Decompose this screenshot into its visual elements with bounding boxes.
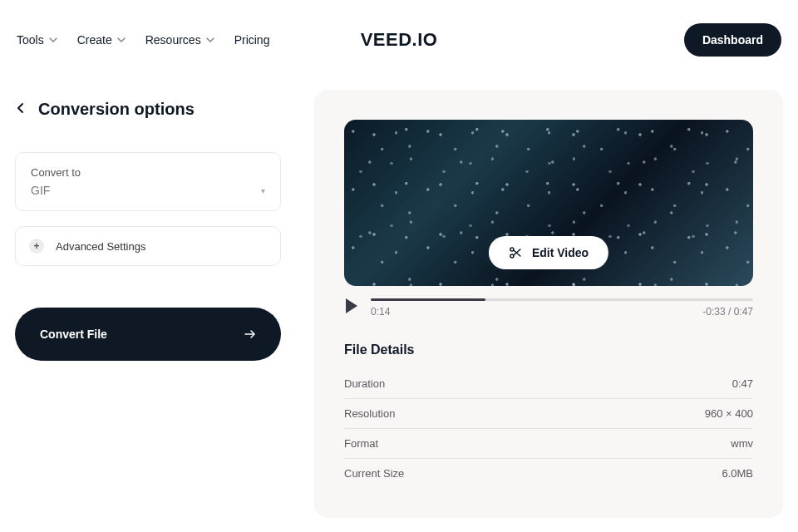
scissors-icon (509, 246, 522, 259)
detail-label: Resolution (344, 407, 395, 420)
progress-fill (371, 298, 485, 301)
edit-video-label: Edit Video (532, 246, 589, 259)
nav-create[interactable]: Create (77, 33, 126, 47)
convert-to-value: GIF (31, 184, 50, 197)
detail-value: 6.0MB (722, 467, 753, 480)
advanced-settings-label: Advanced Settings (56, 240, 145, 253)
nav-label: Create (77, 33, 112, 47)
detail-label: Current Size (344, 467, 404, 480)
chevron-down-icon: ▾ (261, 186, 265, 195)
detail-value: 0:47 (732, 377, 753, 390)
detail-value: wmv (731, 437, 753, 450)
play-button[interactable] (344, 298, 359, 318)
convert-to-label: Convert to (31, 166, 265, 179)
left-panel: Conversion options Convert to GIF ▾ + Ad… (15, 90, 281, 518)
detail-label: Duration (344, 377, 385, 390)
chevron-down-icon (117, 37, 126, 42)
page-title: Conversion options (38, 100, 195, 119)
top-nav: Tools Create Resources Pricing (17, 33, 269, 47)
back-arrow-icon[interactable] (15, 102, 27, 117)
logo: VEED.IO (361, 29, 438, 51)
right-panel: Edit Video 0:14 -0:33 / 0:47 File Detail… (314, 90, 783, 518)
edit-video-button[interactable]: Edit Video (489, 236, 608, 269)
chevron-down-icon (206, 37, 214, 42)
nav-label: Pricing (234, 33, 270, 47)
convert-to-select[interactable]: GIF ▾ (31, 184, 265, 197)
detail-value: 960 × 400 (705, 407, 753, 420)
nav-tools[interactable]: Tools (17, 33, 57, 47)
nav-label: Tools (17, 33, 44, 47)
file-details: Duration 0:47 Resolution 960 × 400 Forma… (344, 369, 753, 488)
nav-pricing[interactable]: Pricing (234, 33, 270, 47)
video-player-bar: 0:14 -0:33 / 0:47 (344, 298, 753, 318)
plus-icon: + (29, 239, 44, 254)
progress-area: 0:14 -0:33 / 0:47 (371, 298, 753, 318)
detail-size: Current Size 6.0MB (344, 459, 753, 488)
current-time: 0:14 (371, 306, 390, 318)
detail-format: Format wmv (344, 429, 753, 459)
convert-to-card: Convert to GIF ▾ (15, 152, 281, 211)
detail-label: Format (344, 437, 378, 450)
remaining-time: -0:33 / 0:47 (702, 306, 753, 318)
arrow-right-icon (244, 329, 256, 339)
convert-file-button[interactable]: Convert File (15, 308, 281, 361)
progress-track[interactable] (371, 298, 753, 301)
file-details-title: File Details (344, 342, 753, 357)
detail-duration: Duration 0:47 (344, 369, 753, 399)
video-preview: Edit Video (344, 120, 753, 286)
chevron-down-icon (49, 37, 57, 42)
detail-resolution: Resolution 960 × 400 (344, 399, 753, 429)
nav-label: Resources (145, 33, 201, 47)
convert-button-label: Convert File (40, 328, 107, 341)
header: Tools Create Resources Pricing VEED.IO D… (0, 0, 798, 73)
nav-resources[interactable]: Resources (145, 33, 214, 47)
dashboard-button[interactable]: Dashboard (684, 23, 781, 57)
advanced-settings-card[interactable]: + Advanced Settings (15, 226, 281, 266)
